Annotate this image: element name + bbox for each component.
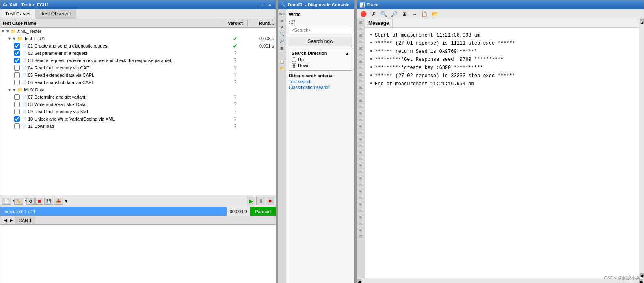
table-row[interactable]: 📄 11 Download ? [0, 123, 276, 130]
table-row[interactable]: 📄 06 Read snapshot data via CAPL ? [0, 79, 276, 86]
radio-down-row[interactable]: Down [292, 63, 349, 68]
classification-search-link[interactable]: Classification search [289, 85, 352, 90]
table-row[interactable]: 📄 01 Create and send a diagnostic reques… [0, 42, 276, 50]
write-toolbar: 🔴 ✗ 🔍 🔎 ⊞ → 📋 📂 [357, 9, 644, 19]
test-icon: 📄 [21, 65, 27, 71]
horizontal-scrollbar[interactable]: ◀ ▶ [357, 278, 644, 283]
minimize-button[interactable]: _ [253, 2, 259, 8]
save-button[interactable]: 💾 [44, 198, 53, 205]
radio-down[interactable] [292, 63, 296, 68]
new-button[interactable]: 📄 [2, 198, 11, 205]
scroll-up-button[interactable]: ▲ [640, 19, 644, 24]
write-icon-7[interactable]: 📋 [419, 10, 429, 18]
tree-area[interactable]: ▼ ▼ 📁 XML_Tester ▼ ▼ 📁 Test ECU1 ✓ 0.003… [0, 28, 276, 195]
config-button[interactable]: ⚙ [26, 198, 35, 205]
test-checkbox[interactable] [14, 116, 20, 122]
sidebar-icon-5[interactable]: ▦ [279, 45, 286, 51]
table-row[interactable]: 📄 10 Unlock and Write VariantCoding via … [0, 115, 276, 123]
radio-up-row[interactable]: Up [292, 57, 349, 62]
test-icon: 📄 [21, 123, 27, 130]
test-icon: 📄 [21, 50, 27, 56]
write-icon-1[interactable]: 🔴 [359, 10, 368, 18]
sidebar-icon-2[interactable]: ✗ [279, 24, 286, 30]
table-row[interactable]: 📄 05 Read extended data via CAPL ? [0, 71, 276, 79]
sidebar-icon-8[interactable]: 📂 [279, 65, 286, 72]
write-icon-5[interactable]: ⊞ [400, 10, 409, 18]
table-row[interactable]: ▼ ▼ 📁 Test ECU1 ✓ 0.003 s [0, 35, 276, 42]
table-row[interactable]: ▼ ▼ 📁 XML_Tester [0, 28, 276, 35]
play-button[interactable]: ▶ [247, 197, 255, 205]
tab-test-cases[interactable]: Test Cases [0, 9, 36, 19]
question-icon: ? [233, 94, 237, 100]
write-icon-4[interactable]: 🔎 [389, 10, 399, 18]
expand-icon[interactable]: ▼ [12, 87, 17, 92]
test-checkbox[interactable] [14, 80, 20, 85]
table-row[interactable]: 📄 07 Determine and set variant ? [0, 93, 276, 101]
scroll-left-button[interactable]: ◀ [357, 279, 361, 283]
table-row[interactable]: 📄 02 Set parameter of a request ? [0, 50, 276, 57]
expand-icon[interactable]: ▼ [7, 36, 12, 41]
sidebar-icon-7[interactable]: 📋 [279, 58, 286, 65]
write-label: Write [289, 12, 301, 17]
table-row[interactable]: 📄 09 Read fault memory via XML ? [0, 108, 276, 115]
table-row[interactable]: 📄 04 Read fault memory via CAPL ? [0, 64, 276, 71]
test-icon: 📄 [21, 94, 27, 100]
test-checkbox[interactable] [14, 43, 20, 49]
maximize-button[interactable]: □ [259, 2, 266, 8]
sidebar-symbol-icon[interactable]: Sym [279, 10, 286, 17]
num-item: ⊞ [357, 220, 365, 227]
expand-icon[interactable]: ▼ [7, 87, 12, 92]
test-icon: 📄 [21, 72, 27, 78]
test-checkbox[interactable] [14, 58, 20, 63]
message-text: ****** return Seed is 0x9769 ****** [375, 48, 477, 55]
expand-icon[interactable]: ▼ [12, 36, 17, 41]
sidebar-icon-6[interactable]: → [279, 52, 286, 58]
message-content[interactable]: ● Start of measurement 11:21:06.993 am ●… [365, 28, 639, 278]
vertical-scrollbar[interactable]: ▲ ▼ [639, 19, 644, 278]
write-icon-8[interactable]: 📂 [430, 10, 440, 18]
write-icon-3[interactable]: 🔍 [379, 10, 389, 18]
sidebar-icon-4[interactable]: 🔎 [279, 38, 286, 44]
expand-icon[interactable]: ▼ [5, 29, 10, 34]
num-item: ⊞ [357, 52, 365, 58]
num-item: ⊞ [357, 149, 365, 156]
test-checkbox[interactable] [14, 102, 20, 107]
num-item: ⊞ [357, 91, 365, 97]
search-input[interactable] [289, 26, 352, 34]
sidebar-icon-3[interactable]: 🔍 [279, 31, 286, 37]
stop-run-button[interactable]: ■ [266, 197, 274, 205]
text-search-link[interactable]: Text search [289, 79, 352, 84]
collapse-icon[interactable]: ▲ [345, 51, 349, 56]
verdict-cell: ? [223, 116, 247, 122]
expand-icon[interactable]: ▼ [0, 29, 5, 34]
bottom-panel: ◀ ▶ CAN 1 [0, 216, 276, 283]
write-icon-6[interactable]: → [410, 10, 419, 18]
tab-test-observer[interactable]: Test Observer [36, 9, 76, 19]
nav-right-icon[interactable]: ▶ [9, 218, 14, 223]
question-icon: ? [233, 72, 237, 78]
test-checkbox[interactable] [14, 65, 20, 71]
num-item: ⊞ [357, 97, 365, 104]
pause-button[interactable]: ⏸ [256, 197, 265, 205]
test-checkbox[interactable] [14, 72, 20, 78]
test-checkbox[interactable] [14, 50, 20, 56]
verdict-cell: ? [223, 50, 247, 56]
stop-button[interactable]: ⏹ [35, 198, 43, 205]
table-row[interactable]: 📄 03 Send a request, receive a response … [0, 57, 276, 64]
can-tab[interactable]: CAN 1 [15, 217, 35, 224]
sidebar-icon-1[interactable]: ⊞ [279, 17, 286, 24]
export-button[interactable]: 📤 [54, 198, 63, 205]
nav-left-icon[interactable]: ◀ [3, 218, 9, 223]
close-button[interactable]: ✕ [266, 2, 273, 8]
radio-up[interactable] [292, 57, 296, 62]
test-checkbox[interactable] [14, 123, 20, 129]
num-item: ⊞ [357, 26, 365, 32]
search-now-button[interactable]: Search now [289, 37, 352, 46]
edit-button[interactable]: ✏️ [14, 198, 23, 205]
check-icon: ✓ [233, 43, 238, 49]
write-icon-2[interactable]: ✗ [369, 10, 378, 18]
table-row[interactable]: 📄 08 Write and Read Mux Data ? [0, 101, 276, 108]
table-row[interactable]: ▼ ▼ 📁 MUX Data [0, 86, 276, 93]
test-checkbox[interactable] [14, 94, 20, 100]
test-checkbox[interactable] [14, 109, 20, 114]
